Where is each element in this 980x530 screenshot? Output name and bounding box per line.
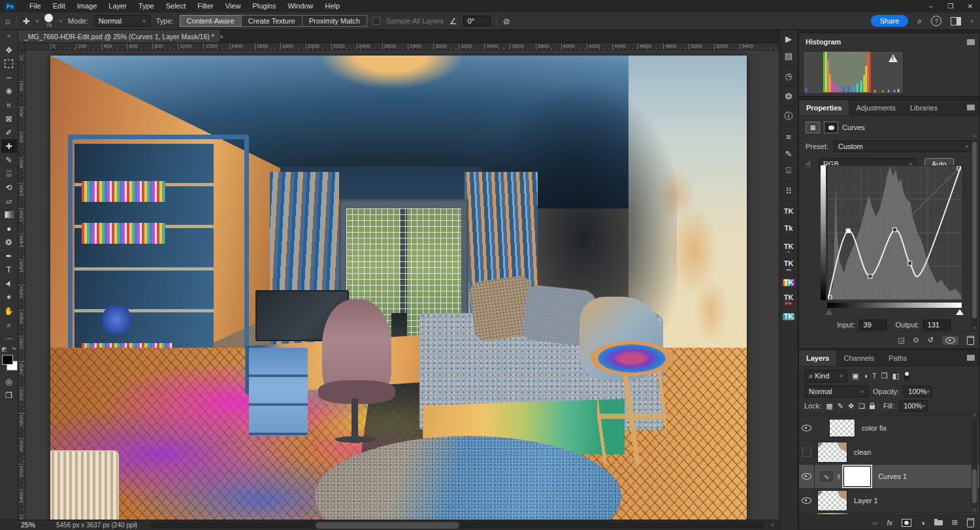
layer-visibility-toggle[interactable] xyxy=(799,465,815,488)
layer-row[interactable]: color fix xyxy=(799,416,979,440)
filter-adjustment-icon[interactable]: ◑ xyxy=(863,372,868,380)
actions-panel-icon[interactable]: ▶ xyxy=(779,30,798,47)
scroll-up-icon[interactable]: ˄ xyxy=(972,134,977,139)
horizontal-scrollbar[interactable] xyxy=(150,522,764,529)
layer-mask-thumbnail[interactable] xyxy=(844,467,870,486)
tab-adjustments[interactable]: Adjustments xyxy=(849,100,903,116)
histogram-graph[interactable] xyxy=(803,51,904,94)
layer-effects-icon[interactable]: fx xyxy=(887,519,893,527)
lock-pixels-icon[interactable]: ✎ xyxy=(838,402,843,410)
zoom-level[interactable]: 25% xyxy=(21,521,35,529)
filter-shape-icon[interactable]: ❒ xyxy=(881,372,888,380)
share-button[interactable]: Share xyxy=(871,15,908,27)
history-panel-icon[interactable]: ◷ xyxy=(779,67,798,84)
menu-layer[interactable]: Layer xyxy=(103,0,133,12)
menu-image[interactable]: Image xyxy=(71,0,103,12)
gradient-tool[interactable] xyxy=(1,208,17,222)
foreground-color-swatch[interactable] xyxy=(2,355,13,365)
tk-panel-icon[interactable]: TK▬ xyxy=(779,257,798,274)
tk-panel-icon[interactable]: TK xyxy=(779,203,798,220)
hand-tool[interactable]: ✋ xyxy=(1,304,17,318)
edit-toolbar[interactable]: ⋯ xyxy=(1,331,17,345)
info-panel-icon[interactable]: ⓘ xyxy=(779,108,798,125)
layer-thumbnail[interactable] xyxy=(829,419,855,437)
type-button-content-aware[interactable]: Content-Aware xyxy=(180,15,242,27)
clone-stamp-tool[interactable]: ⌻ xyxy=(1,167,17,180)
layer-thumbnail[interactable] xyxy=(817,442,847,463)
lock-transparency-icon[interactable]: ▦ xyxy=(826,402,832,410)
history-brush-tool[interactable]: ⟲ xyxy=(1,180,17,194)
curves-graph[interactable] xyxy=(827,165,963,301)
chevron-down-icon[interactable]: ˅ xyxy=(59,18,62,24)
search-icon[interactable]: ⌕ xyxy=(917,16,922,26)
panel-menu-icon[interactable] xyxy=(967,355,975,361)
layers-scrollbar-thumb[interactable] xyxy=(972,469,977,503)
tool-presets-panel-icon[interactable]: ≡ xyxy=(779,128,798,145)
lock-artboard-icon[interactable]: ❏ xyxy=(858,402,865,410)
workspace-icon[interactable] xyxy=(951,17,961,25)
tab-properties[interactable]: Properties xyxy=(799,100,849,116)
tab-channels[interactable]: Channels xyxy=(836,350,881,366)
tab-libraries[interactable]: Libraries xyxy=(903,100,945,116)
scroll-down-icon[interactable]: ˅ xyxy=(972,325,977,330)
mask-icon[interactable] xyxy=(824,122,838,133)
shape-tool[interactable]: ✶ xyxy=(1,290,17,304)
tab-overflow-icon[interactable]: » xyxy=(0,30,18,43)
menu-plugins[interactable]: Plugins xyxy=(246,0,282,12)
blend-mode-select[interactable]: Normal ˅ xyxy=(804,386,868,397)
layer-row[interactable]: ∿∞Curves 1 xyxy=(799,465,979,489)
fill-select[interactable]: 100% ˅ xyxy=(899,400,928,412)
move-tool[interactable]: ✥ xyxy=(1,43,17,57)
tk-panel-icon[interactable]: TK xyxy=(779,308,798,325)
filter-image-icon[interactable]: ▣ xyxy=(852,372,858,380)
new-adjustment-icon[interactable]: ◑ xyxy=(921,519,925,527)
type-button-create-texture[interactable]: Create Texture xyxy=(241,15,302,27)
eyedropper-tool[interactable]: ✐ xyxy=(1,125,17,139)
close-button[interactable]: ✕ xyxy=(960,0,980,12)
opacity-select[interactable]: 100% ˅ xyxy=(904,386,932,397)
angle-field[interactable]: 0° xyxy=(463,16,491,26)
dodge-tool[interactable]: ❂ xyxy=(1,235,17,249)
lasso-tool[interactable]: ∽ xyxy=(1,71,17,84)
filter-type-icon[interactable]: T xyxy=(872,372,877,380)
reset-icon[interactable]: ↺ xyxy=(928,336,934,344)
sample-all-layers-checkbox[interactable] xyxy=(372,17,380,25)
add-mask-icon[interactable] xyxy=(902,519,911,527)
layer-name[interactable]: color fix xyxy=(862,424,887,432)
minimize-button[interactable]: – xyxy=(921,0,941,12)
marquee-tool[interactable] xyxy=(1,57,17,71)
default-swap-colors-icons[interactable]: ◩↷ xyxy=(2,346,16,352)
highlight-slider[interactable] xyxy=(956,309,964,315)
layer-name[interactable]: clean xyxy=(854,448,871,456)
layer-row[interactable]: Layer 1 xyxy=(799,489,979,513)
blur-tool[interactable]: ● xyxy=(1,222,17,235)
color-swatches[interactable] xyxy=(1,355,17,374)
properties-scrollbar[interactable] xyxy=(972,141,977,330)
pressure-icon[interactable]: ⊘ xyxy=(503,16,510,26)
scroll-right-icon[interactable]: › xyxy=(772,521,774,528)
curves-layer-thumbnail[interactable]: ∿ xyxy=(819,470,834,483)
brush-settings-panel-icon[interactable]: ✎ xyxy=(779,145,798,162)
document-tab[interactable]: _MG_7660-HDR-Edit.psd @ 25% (Curves 1, L… xyxy=(18,30,220,42)
layer-visibility-toggle[interactable] xyxy=(799,489,815,512)
output-field[interactable]: 131 xyxy=(923,320,951,330)
spot-healing-brush-icon[interactable]: ✚ xyxy=(23,16,30,26)
eraser-tool[interactable]: ▱ xyxy=(1,194,17,208)
photoshop-logo-icon[interactable]: Ps xyxy=(5,2,16,10)
path-selection-tool[interactable]: ➤ xyxy=(1,276,17,290)
adjustments-panel-icon[interactable]: ❂ xyxy=(779,88,798,105)
shadow-slider[interactable] xyxy=(825,309,833,315)
kind-filter-select[interactable]: ⌕ Kind ˅ xyxy=(804,370,847,382)
warning-icon[interactable] xyxy=(889,54,898,62)
crop-tool[interactable]: ⌗ xyxy=(1,98,17,112)
visibility-toggle[interactable] xyxy=(942,336,958,345)
properties-scrollbar-thumb[interactable] xyxy=(972,142,977,318)
menu-type[interactable]: Type xyxy=(133,0,160,12)
delete-layer-icon[interactable] xyxy=(967,518,974,527)
new-group-icon[interactable] xyxy=(934,520,943,525)
mode-select[interactable]: Normal ˅ xyxy=(94,15,150,27)
home-icon[interactable]: ⌂ xyxy=(5,16,10,26)
lock-position-icon[interactable]: ✥ xyxy=(848,402,854,410)
menu-edit[interactable]: Edit xyxy=(47,0,71,12)
tk-panel-icon[interactable]: TK∿ xyxy=(779,240,798,257)
